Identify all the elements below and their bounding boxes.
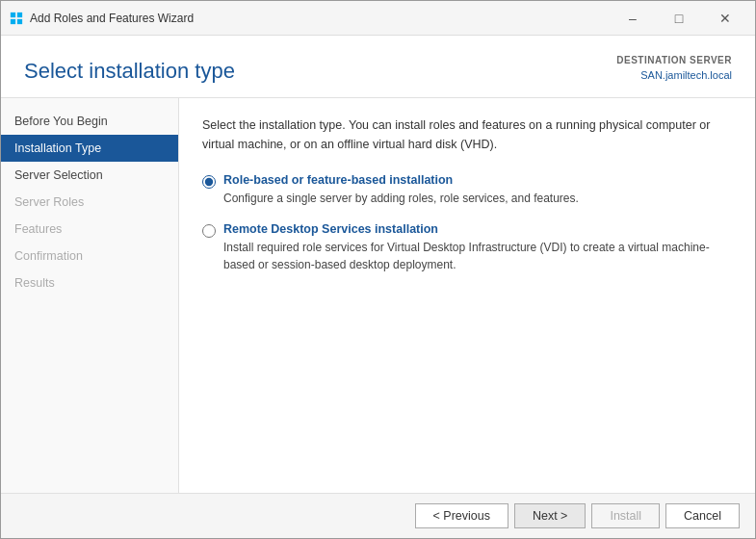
title-bar: Add Roles and Features Wizard – □ ✕	[1, 1, 755, 36]
radio-role-based[interactable]	[202, 175, 216, 189]
svg-rect-3	[17, 18, 22, 23]
header-band: Select installation type DESTINATION SER…	[1, 36, 755, 98]
radio-remote-desktop[interactable]	[202, 224, 216, 238]
app-icon	[9, 11, 24, 26]
cancel-button[interactable]: Cancel	[665, 503, 740, 528]
svg-rect-0	[11, 12, 15, 16]
destination-server-info: DESTINATION SERVER SAN.jamiltech.local	[616, 53, 732, 84]
option-remote-desktop-desc: Install required role services for Virtu…	[223, 241, 710, 271]
option-remote-desktop: Remote Desktop Services installation Ins…	[202, 222, 732, 273]
svg-rect-1	[17, 12, 22, 16]
description-text: Select the installation type. You can in…	[202, 116, 732, 154]
main-window: Add Roles and Features Wizard – □ ✕ Sele…	[0, 0, 756, 539]
page-title: Select installation type	[24, 59, 235, 84]
sidebar-item-installation-type[interactable]: Installation Type	[1, 135, 178, 162]
sidebar-item-confirmation: Confirmation	[1, 243, 178, 270]
main-content: Select the installation type. You can in…	[179, 98, 755, 494]
close-button[interactable]: ✕	[703, 4, 747, 33]
option-role-based-title: Role-based or feature-based installation	[223, 173, 579, 187]
previous-button[interactable]: < Previous	[415, 503, 508, 528]
main-layout: Before You Begin Installation Type Serve…	[1, 98, 755, 494]
sidebar-item-before-you-begin[interactable]: Before You Begin	[1, 108, 178, 135]
option-remote-desktop-label[interactable]: Remote Desktop Services installation Ins…	[223, 222, 732, 273]
minimize-button[interactable]: –	[611, 4, 655, 33]
next-button[interactable]: Next >	[514, 503, 586, 528]
destination-value: SAN.jamiltech.local	[616, 67, 732, 84]
footer: < Previous Next > Install Cancel	[1, 493, 755, 538]
installation-options: Role-based or feature-based installation…	[202, 173, 732, 273]
sidebar-item-features: Features	[1, 216, 178, 243]
install-button: Install	[591, 503, 660, 528]
option-role-based: Role-based or feature-based installation…	[202, 173, 732, 207]
option-remote-desktop-title: Remote Desktop Services installation	[223, 222, 732, 236]
option-role-based-label[interactable]: Role-based or feature-based installation…	[223, 173, 579, 207]
window-title: Add Roles and Features Wizard	[30, 12, 611, 25]
svg-rect-2	[11, 18, 15, 23]
sidebar-item-server-selection[interactable]: Server Selection	[1, 162, 178, 189]
option-role-based-desc: Configure a single server by adding role…	[223, 192, 579, 205]
destination-label: DESTINATION SERVER	[616, 53, 732, 67]
window-controls: – □ ✕	[611, 4, 747, 33]
sidebar: Before You Begin Installation Type Serve…	[1, 98, 179, 494]
sidebar-item-results: Results	[1, 270, 178, 296]
restore-button[interactable]: □	[657, 4, 701, 33]
sidebar-item-server-roles: Server Roles	[1, 189, 178, 216]
